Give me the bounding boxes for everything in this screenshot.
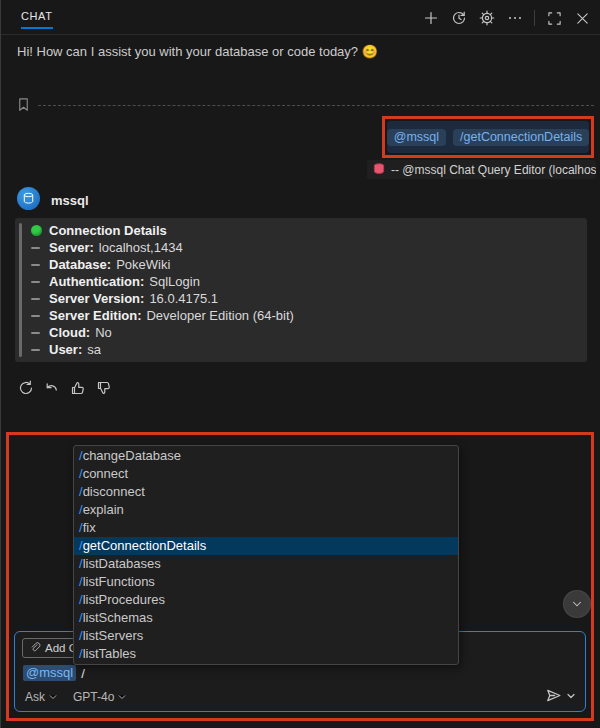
row-value: 16.0.4175.1 [149,291,218,306]
paperclip-icon [30,642,41,654]
maximize-icon[interactable] [545,9,563,27]
titlebar-divider [534,10,535,26]
thumbs-down-icon[interactable] [93,377,115,399]
dash-bullet [31,247,49,249]
connection-title-row: Connection Details [31,222,579,239]
row-label: Server: [49,240,94,255]
connection-row-server: Server: localhost,1434 [31,239,579,256]
dash-bullet [31,315,49,317]
assistant-greeting-message: Hi! How can I assist you with your datab… [17,44,584,59]
connection-row-server-edition: Server Edition: Developer Edition (64-bi… [31,307,579,324]
bookmark-icon[interactable] [16,97,31,112]
model-selector[interactable]: GPT-4o [73,690,126,704]
command-item-disconnect[interactable]: /disconnect [74,483,458,501]
connection-details-block: Connection Details Server: localhost,143… [15,218,587,362]
user-request-bubble: @mssql /getConnectionDetails [387,121,589,153]
input-controls: Ask GPT-4o [25,690,126,704]
dash-bullet [31,332,49,334]
dash-bullet [31,264,49,266]
titlebar-actions [422,9,591,27]
gear-icon[interactable] [478,9,496,27]
connection-row-server-version: Server Version: 16.0.4175.1 [31,290,579,307]
dash-bullet [31,298,49,300]
database-icon [373,163,385,176]
command-item-listProcedures[interactable]: /listProcedures [74,591,458,609]
command-item-getConnectionDetails[interactable]: /getConnectionDetails [74,537,458,555]
row-label: Server Version: [49,291,144,306]
connection-details-content: Connection Details Server: localhost,143… [31,222,579,358]
retry-icon[interactable] [15,377,37,399]
row-label: Server Edition: [49,308,141,323]
command-badge: /getConnectionDetails [453,129,589,146]
user-request-annotation: @mssql /getConnectionDetails [382,116,594,158]
row-value: PokeWiki [116,257,170,272]
command-item-listTables[interactable]: /listTables [74,645,458,663]
chevron-down-icon [570,597,584,611]
more-actions-icon[interactable] [506,9,524,27]
agent-badge: @mssql [387,129,446,146]
scroll-down-button[interactable] [563,590,591,618]
send-area [545,687,575,704]
mssql-avatar [17,187,40,210]
command-item-listServers[interactable]: /listServers [74,627,458,645]
row-label: Authentication: [49,274,144,289]
row-label: Database: [49,257,111,272]
model-label: GPT-4o [73,690,114,704]
row-label: User: [49,342,82,357]
connection-row-user: User: sa [31,341,579,358]
status-green-dot [31,225,42,236]
command-item-changeDatabase[interactable]: /changeDatabase [74,447,458,465]
status-dot-col [31,225,49,236]
checkpoint-divider [38,105,594,106]
typed-text: / [81,666,85,681]
row-value: No [95,325,112,340]
dash-bullet [31,349,49,351]
command-item-connect[interactable]: /connect [74,465,458,483]
command-item-explain[interactable]: /explain [74,501,458,519]
tab-chat[interactable]: CHAT [21,10,53,29]
command-item-fix[interactable]: /fix [74,519,458,537]
title-bar: CHAT [1,0,600,35]
history-icon[interactable] [450,9,468,27]
thumbs-up-icon[interactable] [67,377,89,399]
command-detail-tooltip: -- @mssql Chat Query Editor (localhost,1 [367,160,596,179]
send-icon[interactable] [545,687,562,704]
close-icon[interactable] [573,9,591,27]
row-value: localhost,1434 [99,240,183,255]
dash-bullet [31,281,49,283]
agent-token: @mssql [23,665,76,681]
new-chat-icon[interactable] [422,9,440,27]
command-item-listSchemas[interactable]: /listSchemas [74,609,458,627]
command-item-listDatabases[interactable]: /listDatabases [74,555,458,573]
response-actions [15,377,115,399]
connection-row-database: Database: PokeWiki [31,256,579,273]
block-scrollbar[interactable] [19,223,22,357]
connection-row-cloud: Cloud: No [31,324,579,341]
row-value: SqlLogin [149,274,200,289]
undo-icon[interactable] [41,377,63,399]
mode-label: Ask [25,690,45,704]
row-value: Developer Edition (64-bit) [146,308,293,323]
row-value: sa [87,342,101,357]
tooltip-text: -- @mssql Chat Query Editor (localhost,1 [391,163,596,177]
connection-title: Connection Details [49,223,167,238]
mode-selector[interactable]: Ask [25,690,57,704]
agent-name: mssql [51,193,89,208]
connection-row-authentication: Authentication: SqlLogin [31,273,579,290]
slash-command-dropdown: /changeDatabase /connect /disconnect /ex… [73,445,459,665]
row-label: Cloud: [49,325,90,340]
send-options-chevron-icon[interactable] [567,692,575,700]
chat-input[interactable]: @mssql / [23,665,85,681]
command-item-listFunctions[interactable]: /listFunctions [74,573,458,591]
chat-panel: CHAT Hi! How can I assist you with y [0,0,600,728]
